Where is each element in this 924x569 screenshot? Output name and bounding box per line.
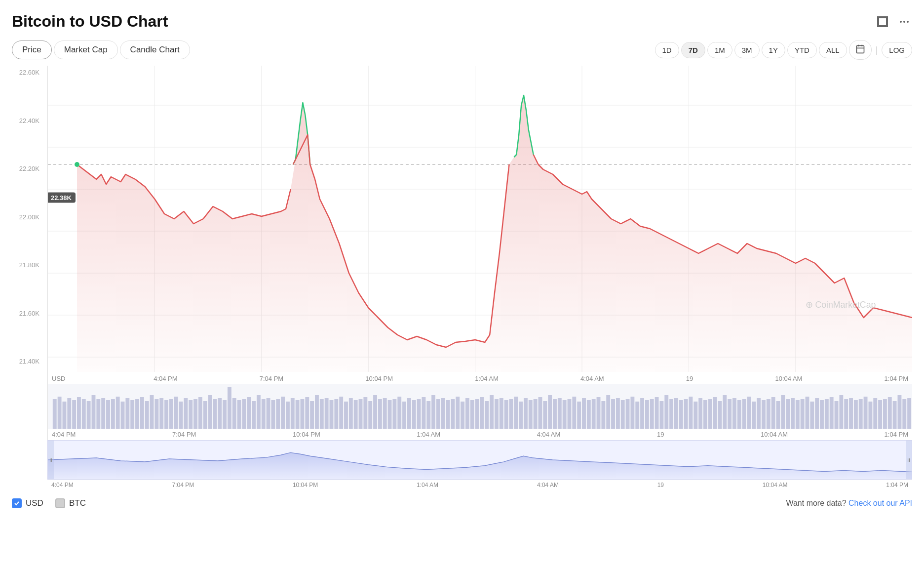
- svg-rect-81: [330, 400, 334, 429]
- legend-btc[interactable]: BTC: [55, 498, 86, 508]
- svg-rect-96: [402, 402, 406, 429]
- y-label-4: 22.00K: [19, 213, 43, 221]
- svg-rect-141: [621, 400, 625, 429]
- legend-row: USD BTC Want more data? Check out our AP…: [12, 490, 912, 512]
- svg-rect-86: [354, 400, 358, 429]
- svg-rect-119: [514, 397, 518, 429]
- svg-rect-70: [276, 399, 280, 429]
- svg-rect-29: [77, 397, 81, 429]
- mini-handle-left[interactable]: ⏸: [48, 441, 54, 479]
- mini-x-7: 10:04 AM: [763, 482, 788, 488]
- svg-rect-94: [392, 399, 396, 429]
- x-label-6: 19: [686, 375, 693, 382]
- svg-rect-122: [529, 400, 533, 429]
- svg-rect-100: [422, 397, 425, 429]
- svg-rect-150: [664, 395, 668, 429]
- svg-rect-69: [271, 400, 275, 429]
- svg-rect-50: [179, 402, 183, 429]
- svg-rect-134: [587, 400, 591, 429]
- svg-rect-62: [237, 400, 241, 429]
- svg-rect-97: [407, 398, 411, 429]
- svg-text:⊕ CoinMarketCap: ⊕ CoinMarketCap: [806, 300, 876, 310]
- btc-checkbox[interactable]: [55, 498, 65, 508]
- tf-1y[interactable]: 1Y: [762, 42, 785, 58]
- svg-rect-199: [902, 399, 906, 429]
- svg-rect-24: [53, 399, 57, 429]
- svg-rect-181: [815, 398, 819, 429]
- svg-rect-142: [626, 399, 630, 429]
- svg-rect-165: [737, 400, 741, 429]
- mini-x-4: 1:04 AM: [417, 482, 438, 488]
- svg-rect-191: [864, 397, 868, 429]
- svg-rect-155: [689, 397, 693, 429]
- volume-chart: [47, 384, 912, 429]
- svg-rect-136: [597, 397, 601, 429]
- svg-rect-83: [339, 397, 343, 429]
- svg-rect-107: [456, 397, 460, 429]
- svg-rect-129: [563, 400, 567, 429]
- tf-1d[interactable]: 1D: [655, 42, 679, 58]
- svg-rect-186: [839, 395, 843, 429]
- svg-rect-55: [203, 401, 207, 429]
- svg-rect-192: [868, 402, 872, 429]
- tab-price[interactable]: Price: [12, 41, 52, 59]
- mini-x-8: 1:04 PM: [886, 482, 908, 488]
- svg-rect-77: [310, 401, 314, 429]
- chart-tabs: Price Market Cap Candle Chart: [12, 41, 190, 59]
- vol-x-label-1: 4:04 PM: [52, 431, 76, 438]
- svg-rect-176: [791, 398, 795, 429]
- svg-rect-3: [856, 45, 864, 53]
- svg-rect-179: [806, 397, 809, 429]
- svg-rect-82: [334, 399, 338, 429]
- svg-rect-46: [159, 398, 163, 429]
- handle-left-icon: ⏸: [48, 457, 53, 463]
- svg-rect-187: [844, 399, 848, 429]
- expand-button[interactable]: [875, 14, 890, 32]
- svg-rect-143: [630, 397, 634, 429]
- tf-ytd[interactable]: YTD: [787, 42, 817, 58]
- svg-rect-113: [485, 401, 489, 429]
- svg-rect-145: [640, 398, 644, 429]
- mini-range-chart[interactable]: ⏸ ⏸: [47, 440, 912, 480]
- x-label-5: 4:04 AM: [580, 375, 604, 382]
- more-options-button[interactable]: [896, 14, 912, 32]
- svg-rect-114: [490, 395, 494, 429]
- mini-handle-right[interactable]: ⏸: [906, 441, 912, 479]
- svg-rect-89: [368, 401, 372, 429]
- svg-rect-59: [223, 400, 227, 429]
- legend-usd[interactable]: USD: [12, 498, 43, 508]
- mini-x-6: 19: [657, 482, 664, 488]
- usd-checkbox[interactable]: [12, 498, 22, 508]
- tf-1m[interactable]: 1M: [707, 42, 732, 58]
- svg-rect-58: [218, 398, 222, 429]
- svg-rect-170: [762, 400, 766, 429]
- svg-rect-42: [140, 397, 144, 429]
- svg-rect-110: [470, 400, 474, 429]
- svg-rect-93: [388, 400, 392, 429]
- tab-market-cap[interactable]: Market Cap: [54, 41, 118, 59]
- log-button[interactable]: LOG: [882, 42, 912, 58]
- svg-rect-67: [262, 399, 266, 429]
- svg-rect-158: [703, 400, 707, 429]
- mini-x-3: 10:04 PM: [293, 482, 318, 488]
- svg-rect-43: [145, 401, 149, 429]
- main-chart[interactable]: 22.38K: [47, 66, 912, 372]
- svg-rect-146: [645, 400, 649, 429]
- y-label-6: 21.60K: [19, 310, 43, 317]
- svg-rect-139: [611, 399, 615, 429]
- btc-label: BTC: [69, 498, 86, 508]
- tf-7d[interactable]: 7D: [681, 42, 705, 58]
- tf-all[interactable]: ALL: [819, 42, 847, 58]
- svg-rect-184: [830, 397, 834, 429]
- svg-rect-92: [383, 398, 387, 429]
- svg-rect-116: [500, 398, 503, 429]
- calendar-button[interactable]: [849, 40, 872, 60]
- svg-rect-160: [713, 397, 717, 429]
- api-link[interactable]: Check out our API: [848, 499, 912, 507]
- tab-candle-chart[interactable]: Candle Chart: [120, 41, 190, 59]
- y-label-2: 22.40K: [19, 117, 43, 124]
- svg-rect-49: [174, 397, 178, 429]
- page-title: Bitcoin to USD Chart: [12, 12, 168, 31]
- svg-rect-90: [373, 395, 377, 429]
- tf-3m[interactable]: 3M: [734, 42, 760, 58]
